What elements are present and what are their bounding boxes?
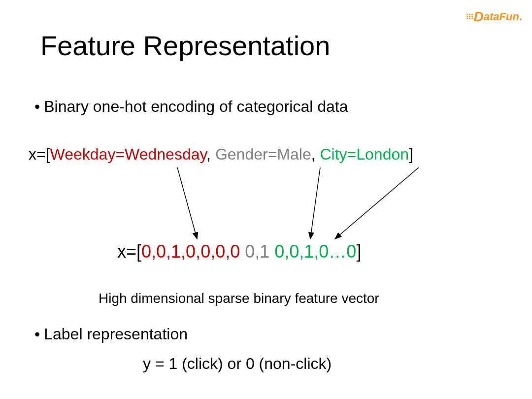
vector-space2: [269, 241, 274, 262]
example-sep1: ,: [206, 145, 215, 163]
example-city: City=London: [320, 145, 409, 163]
vector-gray: 0,1: [245, 241, 269, 262]
logo-text-rest: ataFun: [484, 10, 519, 23]
vector-space1: [240, 241, 245, 262]
logo-letter-d: D: [474, 9, 484, 25]
slide-title: Feature Representation: [40, 30, 330, 62]
vector-caption: High dimensional sparse binary feature v…: [99, 291, 379, 306]
logo-dots-icon: [466, 14, 473, 20]
example-sep2: ,: [311, 145, 320, 163]
bullet-dot-icon: •: [34, 325, 40, 343]
encoded-vector-line: x=[0,0,1,0,0,0,0 0,1 0,0,1,0…0]: [117, 241, 361, 262]
example-suffix: ]: [409, 145, 413, 163]
example-prefix: x=[: [29, 145, 50, 163]
datafun-logo: DataFun.: [466, 9, 522, 25]
bullet-onehot: •Binary one-hot encoding of categorical …: [34, 98, 348, 116]
example-weekday: Weekday=Wednesday: [50, 145, 207, 163]
vector-red: 0,0,1,0,0,0,0: [141, 241, 240, 262]
arrow-weekday: [177, 167, 197, 239]
bullet2-text: Label representation: [44, 325, 188, 343]
vector-prefix: x=[: [117, 241, 141, 262]
bullet-dot-icon: •: [34, 98, 40, 116]
vector-green: 0,0,1,0…0: [274, 241, 356, 262]
arrow-city: [335, 167, 419, 239]
logo-period: .: [519, 10, 522, 23]
label-representation-line: y = 1 (click) or 0 (non-click): [143, 355, 332, 373]
example-feature-line: x=[Weekday=Wednesday, Gender=Male, City=…: [29, 145, 413, 164]
bullet1-text: Binary one-hot encoding of categorical d…: [44, 98, 348, 115]
example-gender: Gender=Male: [215, 145, 311, 163]
bullet-label: •Label representation: [34, 325, 188, 343]
arrow-gender: [310, 167, 320, 239]
vector-suffix: ]: [356, 241, 361, 262]
